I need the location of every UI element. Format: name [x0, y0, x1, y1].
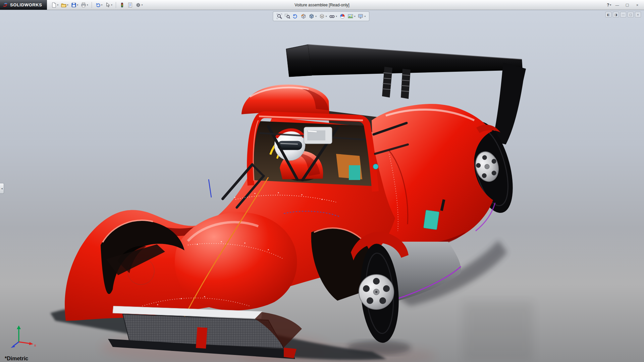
help-label: ? [607, 3, 609, 7]
title-bar: SOLIDWORKS ▾ ▾ ▾ [0, 0, 644, 10]
zoom-to-area-button[interactable] [284, 13, 290, 19]
document-split-left-button[interactable]: ◧ [605, 12, 611, 17]
dropdown-caret-icon[interactable]: ▾ [364, 15, 366, 17]
window-controls: ? ▾ — ▢ × [607, 2, 644, 8]
section-view-button[interactable] [301, 13, 306, 19]
help-button[interactable]: ? ▾ [607, 3, 611, 7]
zoom-to-fit-icon [276, 13, 282, 19]
view-settings-monitor-icon [358, 13, 363, 19]
dropdown-caret-icon[interactable]: ▾ [336, 15, 337, 17]
graphics-area[interactable]: ▾ ▾ ▾ ▾ [0, 10, 644, 362]
zoom-to-fit-button[interactable] [276, 13, 282, 19]
print-button[interactable]: ▾ [80, 1, 89, 9]
dropdown-caret-icon[interactable]: ▾ [354, 15, 356, 17]
rebuild-traffic-light-icon [119, 2, 125, 8]
rebuild-button[interactable] [118, 1, 126, 9]
dropdown-caret-icon[interactable]: ▾ [67, 4, 68, 6]
triad-x-axis [19, 342, 30, 344]
triad-x-label: x [34, 343, 36, 347]
section-view-icon [301, 13, 306, 19]
close-button[interactable]: × [633, 2, 641, 8]
headsup-view-toolbar: ▾ ▾ ▾ ▾ [273, 11, 369, 21]
undo-button[interactable]: ▾ [94, 1, 104, 9]
window-title: Voiture assemblee [Read-only] [294, 3, 349, 7]
new-document-button[interactable]: ▾ [50, 1, 60, 9]
view-orientation-button[interactable]: ▾ [309, 13, 317, 19]
menu-toolbar: ▾ ▾ ▾ ▾ [47, 1, 144, 9]
save-button[interactable]: ▾ [70, 1, 79, 9]
select-button[interactable]: ▾ [104, 1, 113, 9]
zoom-to-area-icon [284, 13, 290, 19]
solidworks-logo: SOLIDWORKS [0, 0, 47, 10]
options-button[interactable]: ▾ [135, 1, 144, 9]
open-button[interactable]: ▾ [60, 1, 69, 9]
ds-logo-icon [3, 2, 8, 8]
dropdown-caret-icon[interactable]: ▾ [87, 4, 88, 6]
document-restore-button[interactable]: ▢ [628, 12, 634, 17]
dropdown-caret-icon[interactable]: ▾ [101, 4, 103, 6]
dropdown-caret-icon[interactable]: ▾ [77, 4, 78, 6]
view-settings-button[interactable]: ▾ [358, 13, 366, 19]
dropdown-caret-icon[interactable]: ▾ [57, 4, 59, 6]
model-viewport-canvas[interactable] [0, 10, 644, 362]
document-minimize-button[interactable]: — [620, 12, 626, 17]
featuremanager-collapse-tab[interactable]: ◂ [0, 183, 4, 194]
front-rim[interactable] [359, 275, 394, 309]
undo-icon [95, 2, 101, 8]
orientation-triad: x [7, 322, 38, 349]
previous-view-icon [292, 13, 298, 19]
toolbar-separator [92, 2, 92, 8]
options-gear-icon [136, 2, 141, 8]
select-cursor-icon [105, 2, 110, 8]
hide-show-glasses-icon [329, 13, 335, 19]
hide-show-items-button[interactable]: ▾ [329, 13, 337, 19]
toolbar-separator [116, 2, 116, 8]
minimize-button[interactable]: — [613, 2, 621, 8]
brand-name: SOLIDWORKS [10, 2, 42, 7]
display-style-icon [319, 13, 325, 19]
dropdown-caret-icon[interactable]: ▾ [111, 4, 112, 6]
new-document-icon [51, 2, 57, 8]
apply-scene-icon [347, 13, 353, 19]
document-close-button[interactable]: × [635, 12, 641, 17]
dropdown-caret-icon[interactable]: ▾ [142, 4, 143, 6]
save-icon [71, 2, 76, 8]
view-orientation-label: *Dimetric [5, 356, 28, 362]
edit-appearance-button[interactable] [339, 13, 345, 19]
previous-view-button[interactable] [292, 13, 298, 19]
document-window-controls: ◧ ◨ — ▢ × [605, 12, 641, 17]
view-orientation-cube-icon [309, 13, 314, 19]
side-mirror-dot[interactable] [373, 164, 378, 169]
open-folder-icon [61, 2, 66, 8]
print-icon [81, 2, 86, 8]
dropdown-caret-icon[interactable]: ▾ [315, 15, 317, 17]
cooler-panel[interactable] [423, 210, 439, 230]
rearview-mirror[interactable] [304, 127, 332, 144]
file-properties-icon [127, 2, 133, 8]
dropdown-caret-icon[interactable]: ▾ [610, 4, 611, 6]
dropdown-caret-icon[interactable]: ▾ [326, 15, 327, 17]
file-properties-button[interactable] [126, 1, 134, 9]
edit-appearance-ball-icon [339, 13, 345, 19]
display-style-button[interactable]: ▾ [319, 13, 327, 19]
maximize-button[interactable]: ▢ [623, 2, 631, 8]
document-split-right-button[interactable]: ◨ [613, 12, 619, 17]
apply-scene-button[interactable]: ▾ [347, 13, 356, 19]
